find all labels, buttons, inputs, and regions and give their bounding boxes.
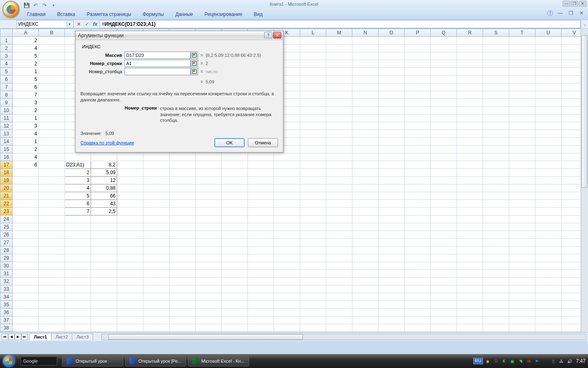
cell[interactable] bbox=[222, 247, 248, 254]
cell[interactable] bbox=[91, 239, 117, 247]
cell[interactable] bbox=[248, 285, 274, 293]
cell[interactable] bbox=[39, 169, 65, 177]
cell[interactable] bbox=[326, 83, 352, 91]
cell[interactable] bbox=[509, 76, 535, 83]
cell[interactable] bbox=[509, 247, 535, 254]
cell[interactable]: 2 bbox=[13, 60, 39, 68]
cell[interactable] bbox=[300, 138, 326, 146]
cell[interactable] bbox=[352, 278, 379, 285]
cell[interactable] bbox=[405, 278, 431, 285]
cell[interactable] bbox=[117, 169, 143, 177]
cell[interactable]: 66 bbox=[91, 192, 117, 200]
cell[interactable] bbox=[169, 278, 196, 285]
cell[interactable] bbox=[117, 254, 143, 262]
cell[interactable] bbox=[535, 301, 561, 309]
cell[interactable] bbox=[352, 239, 379, 247]
cell[interactable] bbox=[379, 114, 405, 122]
cell[interactable] bbox=[143, 247, 169, 254]
row-header[interactable]: 7 bbox=[0, 83, 13, 91]
cell[interactable] bbox=[143, 215, 169, 223]
row-header[interactable]: 37 bbox=[0, 316, 13, 324]
cell[interactable] bbox=[117, 153, 143, 161]
row-header[interactable]: 28 bbox=[0, 247, 13, 254]
row-header[interactable]: 4 bbox=[0, 60, 13, 68]
cell[interactable] bbox=[248, 270, 274, 278]
cell[interactable] bbox=[535, 324, 561, 332]
cell[interactable] bbox=[352, 91, 379, 99]
cell[interactable] bbox=[535, 285, 561, 293]
cell[interactable] bbox=[379, 161, 405, 169]
cell[interactable] bbox=[169, 177, 196, 184]
row-header[interactable]: 33 bbox=[0, 285, 13, 293]
cell[interactable] bbox=[509, 99, 535, 107]
row-header[interactable]: 1 bbox=[0, 37, 13, 45]
cell[interactable] bbox=[326, 114, 352, 122]
cell[interactable] bbox=[39, 122, 65, 130]
cell[interactable]: 4 bbox=[65, 184, 91, 192]
cell[interactable] bbox=[483, 270, 509, 278]
cell[interactable] bbox=[143, 177, 169, 184]
cell[interactable] bbox=[379, 262, 405, 270]
tab-home[interactable]: Главная bbox=[23, 9, 50, 20]
cell[interactable] bbox=[169, 270, 196, 278]
cell[interactable] bbox=[483, 60, 509, 68]
cell[interactable] bbox=[535, 293, 561, 301]
cell[interactable] bbox=[222, 208, 248, 215]
cell[interactable] bbox=[65, 316, 91, 324]
cell[interactable] bbox=[535, 223, 561, 231]
cell[interactable] bbox=[117, 192, 143, 200]
cell[interactable] bbox=[248, 231, 274, 239]
cell[interactable] bbox=[431, 130, 457, 138]
cell[interactable]: 4 bbox=[13, 130, 39, 138]
cell[interactable] bbox=[457, 223, 483, 231]
save-icon[interactable]: 💾 bbox=[23, 2, 30, 9]
cell[interactable] bbox=[352, 114, 379, 122]
cell[interactable] bbox=[300, 239, 326, 247]
cell[interactable] bbox=[326, 161, 352, 169]
cell[interactable] bbox=[117, 231, 143, 239]
cell[interactable] bbox=[274, 161, 300, 169]
cell[interactable] bbox=[143, 223, 169, 231]
cell[interactable] bbox=[39, 177, 65, 184]
tray-icon[interactable]: ◉ bbox=[485, 358, 491, 364]
sheet-nav-first-icon[interactable]: ⏮ bbox=[2, 334, 8, 340]
cell[interactable] bbox=[169, 285, 196, 293]
cell[interactable] bbox=[535, 161, 561, 169]
cell[interactable] bbox=[326, 138, 352, 146]
cell[interactable] bbox=[169, 262, 196, 270]
cell[interactable] bbox=[39, 254, 65, 262]
cell[interactable] bbox=[509, 254, 535, 262]
cell[interactable] bbox=[65, 231, 91, 239]
cell[interactable] bbox=[509, 223, 535, 231]
taskbar-item[interactable]: Открытый урок [Ре... bbox=[125, 356, 186, 366]
cell[interactable] bbox=[431, 231, 457, 239]
redo-icon[interactable]: ↷ bbox=[41, 2, 48, 9]
ref-select-icon[interactable] bbox=[191, 68, 198, 75]
cell[interactable] bbox=[326, 45, 352, 52]
cell[interactable] bbox=[326, 52, 352, 60]
cell[interactable] bbox=[352, 262, 379, 270]
cell[interactable] bbox=[483, 37, 509, 45]
cell[interactable] bbox=[39, 68, 65, 76]
cell[interactable] bbox=[535, 247, 561, 254]
cell[interactable] bbox=[431, 161, 457, 169]
cell[interactable] bbox=[274, 262, 300, 270]
cell[interactable] bbox=[405, 45, 431, 52]
row-header[interactable]: 12 bbox=[0, 122, 13, 130]
cell[interactable] bbox=[300, 301, 326, 309]
cell[interactable] bbox=[405, 122, 431, 130]
row-header[interactable]: 29 bbox=[0, 254, 13, 262]
cell[interactable] bbox=[39, 324, 65, 332]
cell[interactable] bbox=[535, 208, 561, 215]
cell[interactable] bbox=[535, 37, 561, 45]
row-header[interactable]: 35 bbox=[0, 301, 13, 309]
cell[interactable] bbox=[483, 138, 509, 146]
cell[interactable] bbox=[483, 192, 509, 200]
cell[interactable] bbox=[117, 239, 143, 247]
cell[interactable] bbox=[300, 192, 326, 200]
cell[interactable] bbox=[457, 169, 483, 177]
cell[interactable] bbox=[326, 192, 352, 200]
cell[interactable] bbox=[509, 316, 535, 324]
cell[interactable] bbox=[39, 76, 65, 83]
start-button[interactable] bbox=[0, 354, 18, 368]
